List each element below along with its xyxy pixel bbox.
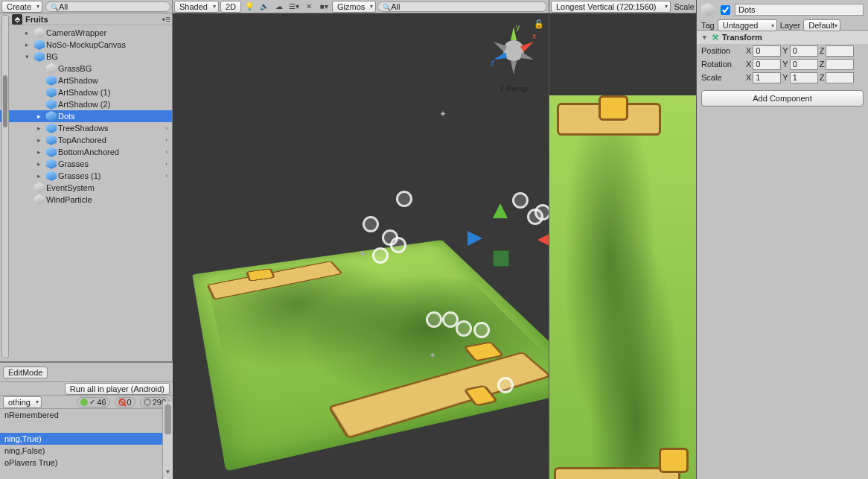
test-panel: EditMode Run all in player (Android) oth… (0, 361, 173, 479)
tag-label: Tag (701, 21, 715, 30)
z-field[interactable] (826, 59, 854, 70)
scene-options-icon[interactable]: •≡ (162, 14, 170, 25)
hierarchy-item[interactable]: ArtShadow (1) (0, 86, 172, 98)
gameobject-icon[interactable] (701, 3, 715, 16)
foldout-icon[interactable]: ▸ (34, 124, 43, 132)
hierarchy-scrollbar[interactable] (1, 15, 9, 358)
foldout-icon[interactable]: ▸ (34, 160, 43, 168)
foldout-icon[interactable]: ▾ (22, 53, 31, 60)
y-field[interactable] (790, 45, 818, 57)
foldout-icon[interactable]: ▾ (700, 34, 709, 41)
hierarchy-item[interactable]: ▸Grasses (1)› (0, 170, 172, 182)
axis-z-label: z (491, 58, 495, 67)
hierarchy-item[interactable]: GrassBG (0, 63, 172, 74)
handle-center[interactable] (493, 250, 509, 267)
orientation-gizmo[interactable]: y x z (488, 21, 540, 80)
field-label: Position (701, 46, 743, 55)
transform-header[interactable]: ▾ ⤧ Transform (697, 31, 868, 44)
test-scrollbar[interactable]: ▲ ▼ (162, 402, 173, 479)
hierarchy-item[interactable]: ArtShadow (2) (0, 98, 172, 110)
svg-marker-4 (511, 61, 517, 74)
field-label: Scale (701, 73, 743, 82)
aspect-dropdown[interactable]: Longest Vertical (720:1560) (551, 1, 671, 13)
hierarchy-item[interactable]: ▸TreeShadows› (0, 122, 172, 134)
hierarchy-item[interactable]: ArtShadow (0, 74, 172, 86)
tool-icon[interactable]: ✕ (302, 1, 316, 12)
filter-dropdown[interactable]: othing (3, 396, 42, 408)
item-label: WindParticle (46, 195, 92, 204)
hierarchy-tree[interactable]: ▸CameraWrapper▸NoSo-MockupCanvas▾BGGrass… (0, 25, 172, 361)
perspective-label[interactable]: ⟨Persp (500, 84, 528, 94)
scene-header[interactable]: ▾ ⬘ Fruits •≡ (0, 13, 172, 25)
y-field[interactable] (790, 59, 818, 70)
hierarchy-item[interactable]: ▸TopAnchored› (0, 134, 172, 146)
item-label: GrassBG (58, 64, 92, 73)
phone-canvas (549, 95, 696, 479)
item-label: TreeShadows (58, 124, 108, 133)
create-button[interactable]: Create (1, 1, 42, 13)
add-component-button[interactable]: Add Component (701, 90, 864, 107)
dot (512, 192, 529, 209)
hierarchy-item[interactable]: ▾BG (0, 51, 172, 63)
foldout-icon[interactable]: ▸ (34, 136, 43, 144)
shading-dropdown[interactable]: Shaded (174, 1, 219, 13)
fail-badge[interactable]: 0 (115, 397, 135, 407)
audio-icon[interactable]: 🔊 (258, 1, 271, 12)
y-field[interactable] (790, 72, 818, 83)
hierarchy-item[interactable]: ▸NoSo-MockupCanvas (0, 39, 172, 51)
foldout-icon[interactable]: ▸ (34, 112, 43, 120)
layer-dropdown[interactable]: Default (803, 19, 840, 31)
hierarchy-item[interactable]: ▸BottomAnchored› (0, 146, 172, 158)
run-all-button[interactable]: Run all in player (Android) (65, 383, 170, 395)
gameobject-icon (46, 159, 57, 169)
x-field[interactable] (753, 45, 781, 57)
scene-toolbar: Shaded 2D 💡 🔊 ☁ ☰▾ ✕ ■▾ Gizmos 🔍All (173, 0, 549, 13)
2d-toggle[interactable]: 2D (220, 1, 241, 13)
foldout-icon[interactable]: ▸ (34, 148, 43, 156)
item-label: TopAnchored (58, 136, 106, 145)
test-row[interactable]: ning,False) (0, 445, 173, 457)
scroll-down-icon[interactable]: ▼ (163, 469, 173, 479)
scrollbar-thumb[interactable] (165, 405, 171, 434)
foldout-icon[interactable]: ▸ (34, 172, 43, 180)
transform-section: ▾ ⤧ Transform PositionXYZRotationXYZScal… (697, 30, 868, 84)
game-viewport[interactable] (549, 13, 696, 479)
inspector-header: Tag Untagged Layer Default (697, 0, 868, 30)
editmode-tab[interactable]: EditMode (3, 367, 48, 378)
hierarchy-item[interactable]: EventSystem (0, 182, 172, 194)
light-icon[interactable]: 💡 (243, 1, 256, 12)
handle-z[interactable] (467, 231, 482, 246)
handle-x[interactable] (537, 232, 549, 247)
scene-viewport[interactable]: 🔓 y x z ⟨Persp (173, 13, 549, 479)
test-row[interactable]: ning,True) (0, 433, 173, 445)
test-row[interactable]: oPlavers True) (0, 457, 173, 469)
z-field[interactable] (826, 72, 854, 83)
active-checkbox[interactable] (721, 5, 730, 15)
x-field[interactable] (753, 59, 781, 70)
tag-dropdown[interactable]: Untagged (718, 19, 777, 31)
foldout-icon[interactable]: ▸ (22, 41, 31, 48)
layer-label: Layer (780, 21, 801, 30)
test-row[interactable]: nRemembered (0, 409, 173, 421)
z-field[interactable] (826, 45, 854, 57)
test-row[interactable] (0, 421, 173, 433)
gizmos-dropdown[interactable]: Gizmos (332, 1, 376, 13)
hierarchy-item[interactable]: WindParticle (0, 194, 172, 206)
axis-y-label: y (516, 22, 520, 31)
svg-marker-6 (520, 52, 534, 60)
camera-icon[interactable]: ■▾ (317, 1, 331, 12)
foldout-icon[interactable]: ▸ (22, 29, 31, 37)
item-label: NoSo-MockupCanvas (46, 40, 126, 49)
hierarchy-item[interactable]: ▸Grasses› (0, 158, 172, 170)
handle-y[interactable] (493, 203, 508, 218)
scrollbar-thumb[interactable] (3, 75, 7, 127)
scene-search[interactable]: 🔍All (377, 1, 547, 12)
fx-icon[interactable]: ☁ (272, 1, 286, 12)
hierarchy-item[interactable]: ▸Dots (0, 110, 172, 122)
x-field[interactable] (753, 72, 781, 83)
pass-badge[interactable]: ✓46 (77, 397, 109, 407)
grid-icon[interactable]: ☰▾ (287, 1, 301, 12)
hierarchy-item[interactable]: ▸CameraWrapper (0, 27, 172, 39)
name-field[interactable] (735, 4, 864, 16)
hierarchy-search[interactable]: 🔍All (45, 1, 170, 12)
